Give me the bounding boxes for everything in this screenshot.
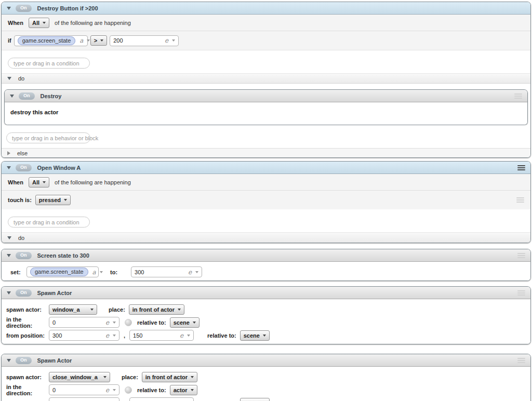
actor-dropdown[interactable]: close_window_a: [49, 372, 110, 382]
collapse-triangle-icon[interactable]: [7, 7, 11, 10]
caret-down-icon: [103, 376, 107, 378]
set-value-field[interactable]: 300 e: [131, 266, 202, 277]
on-toggle[interactable]: On: [16, 357, 32, 364]
position-x-field[interactable]: 300 e: [49, 330, 119, 341]
drag-handle-icon[interactable]: [516, 197, 524, 203]
behavior-body: spawn actor: close_window_a place: in fr…: [2, 367, 530, 401]
position-y-field[interactable]: 100 e: [129, 397, 194, 401]
type-selector-e[interactable]: e: [105, 332, 109, 339]
caret-down-icon[interactable]: [113, 322, 116, 324]
do-section-header[interactable]: do: [2, 232, 530, 243]
behavior-placeholder-input[interactable]: type or drag in a behavior or block: [6, 132, 90, 143]
do-section-header[interactable]: do: [2, 73, 530, 84]
when-suffix: of the following are happening: [55, 20, 131, 26]
drag-handle-icon[interactable]: [517, 165, 525, 170]
place-label: place:: [109, 306, 125, 313]
if-label: if: [8, 37, 11, 44]
position-x-field[interactable]: 100 e: [49, 397, 119, 401]
type-selector-e[interactable]: e: [188, 269, 192, 276]
position-y-field[interactable]: 150 e: [129, 330, 194, 341]
drag-handle-icon[interactable]: [517, 253, 525, 258]
collapse-triangle-icon[interactable]: [7, 77, 11, 80]
caret-down-icon: [100, 39, 103, 42]
type-selector-a[interactable]: a: [79, 37, 83, 44]
caret-down-icon[interactable]: [87, 39, 90, 42]
collapse-triangle-icon[interactable]: [7, 291, 11, 295]
rule-title: Open Window A: [36, 165, 81, 171]
else-section-header[interactable]: else: [2, 148, 530, 157]
direction-field[interactable]: 0 e: [49, 317, 119, 328]
type-selector-e[interactable]: e: [180, 399, 183, 401]
collapse-triangle-icon[interactable]: [10, 95, 14, 98]
place-dropdown[interactable]: in front of actor: [129, 304, 184, 315]
relative-to-label: relative to:: [207, 332, 236, 339]
behavior-header[interactable]: On Screen state to 300: [2, 249, 530, 262]
collapse-triangle-icon[interactable]: [7, 359, 11, 362]
caret-down-icon[interactable]: [195, 271, 198, 273]
rule-header[interactable]: On Open Window A: [2, 162, 530, 174]
caret-down-icon[interactable]: [187, 335, 190, 337]
on-toggle[interactable]: On: [19, 92, 35, 100]
behavior-title: Spawn Actor: [36, 290, 72, 296]
on-toggle[interactable]: On: [16, 5, 32, 12]
rule-header[interactable]: On Destroy Button if >200: [2, 2, 530, 15]
destroy-description: destroy this actor: [5, 102, 527, 125]
caret-down-icon[interactable]: [172, 39, 175, 42]
caret-down-icon[interactable]: [100, 271, 103, 273]
caret-down-icon: [193, 322, 196, 324]
drag-handle-icon[interactable]: [517, 358, 525, 363]
collapse-triangle-icon[interactable]: [7, 254, 11, 257]
when-all-dropdown[interactable]: All: [29, 18, 49, 28]
direction-relative-dropdown[interactable]: scene: [170, 317, 200, 328]
collapse-triangle-icon[interactable]: [7, 236, 11, 239]
caret-down-icon: [191, 389, 194, 391]
on-toggle[interactable]: On: [16, 164, 32, 171]
condition-lhs-field[interactable]: game.screen_state a: [14, 35, 88, 46]
destroy-behavior-block: On Destroy destroy this actor: [4, 89, 528, 125]
position-relative-dropdown[interactable]: scene: [240, 330, 270, 341]
condition-placeholder-input[interactable]: type or drag in a condition: [8, 58, 90, 69]
direction-relative-dropdown[interactable]: actor: [170, 385, 197, 395]
relative-to-label: relative to:: [137, 319, 166, 326]
operator-dropdown[interactable]: >: [90, 35, 107, 46]
caret-down-icon: [90, 309, 94, 311]
expand-triangle-icon[interactable]: [7, 151, 10, 155]
touch-state-dropdown[interactable]: pressed: [35, 195, 71, 205]
behavior-body: spawn actor: window_a place: in front of…: [2, 299, 530, 344]
type-selector-e[interactable]: e: [105, 386, 109, 394]
rule-open-window-a: On Open Window A When All of the followi…: [1, 161, 531, 243]
actor-dropdown[interactable]: window_a: [49, 304, 97, 315]
type-selector-e[interactable]: e: [105, 399, 109, 401]
place-dropdown[interactable]: in front of actor: [142, 372, 197, 382]
behavior-header[interactable]: On Spawn Actor: [2, 287, 530, 299]
on-toggle[interactable]: On: [16, 252, 32, 259]
behavior-header[interactable]: On Spawn Actor: [2, 354, 530, 367]
behavior-body: set: game.screen_state a to: 300 e: [2, 262, 530, 280]
caret-down-icon: [64, 199, 67, 201]
attribute-token[interactable]: game.screen_state: [18, 36, 76, 45]
position-relative-dropdown[interactable]: scene: [240, 398, 270, 401]
behavior-header[interactable]: On Destroy: [5, 90, 527, 102]
attribute-token[interactable]: game.screen_state: [30, 268, 88, 276]
when-all-dropdown[interactable]: All: [29, 177, 49, 188]
condition-rhs-field[interactable]: 200 e: [110, 35, 179, 46]
condition-placeholder-input[interactable]: type or drag in a condition: [8, 217, 90, 228]
on-toggle[interactable]: On: [16, 289, 32, 297]
angle-dial-icon[interactable]: [125, 386, 132, 394]
caret-down-icon[interactable]: [113, 335, 116, 337]
direction-field[interactable]: 0 e: [49, 384, 119, 395]
when-row: When All of the following are happening: [2, 174, 530, 191]
caret-down-icon[interactable]: [113, 389, 116, 391]
set-attribute-field[interactable]: game.screen_state a: [26, 266, 99, 277]
type-selector-e[interactable]: e: [105, 319, 109, 326]
collapse-triangle-icon[interactable]: [7, 166, 11, 169]
behavior-title: Spawn Actor: [36, 357, 72, 364]
type-selector-a[interactable]: a: [92, 269, 96, 276]
do-label: do: [18, 75, 24, 82]
drag-handle-icon[interactable]: [517, 290, 525, 296]
type-selector-e[interactable]: e: [180, 332, 183, 339]
set-label: set:: [10, 269, 23, 275]
drag-handle-icon[interactable]: [514, 93, 522, 99]
angle-dial-icon[interactable]: [125, 319, 132, 326]
type-selector-e[interactable]: e: [165, 37, 168, 44]
